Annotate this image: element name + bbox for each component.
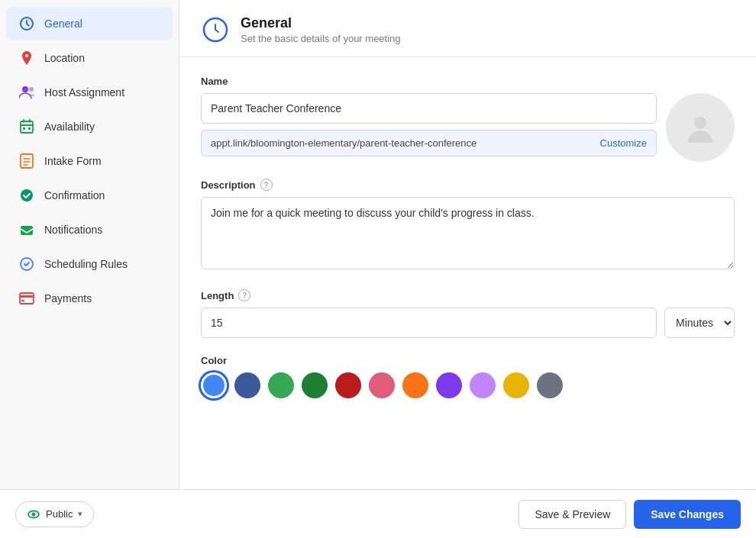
color-swatch-lavender[interactable] xyxy=(470,372,496,398)
svg-rect-11 xyxy=(20,293,34,304)
sidebar: General Location Host Assign xyxy=(0,0,179,489)
svg-point-1 xyxy=(25,54,28,57)
general-header-icon xyxy=(201,15,230,44)
color-swatch-yellow[interactable] xyxy=(503,372,529,398)
color-swatch-orange[interactable] xyxy=(402,372,428,398)
public-label: Public xyxy=(46,508,73,520)
color-swatch-purple[interactable] xyxy=(436,372,462,398)
color-swatches xyxy=(201,372,735,398)
name-input-col: appt.link/bloomington-elementary/parent-… xyxy=(201,93,657,162)
general-icon xyxy=(18,15,35,32)
sidebar-item-location-label: Location xyxy=(44,52,85,64)
header-text: General Set the basic details of your me… xyxy=(241,15,401,44)
host-assignment-icon xyxy=(18,84,35,101)
sidebar-item-payments[interactable]: Payments xyxy=(6,282,173,315)
location-icon xyxy=(18,50,35,66)
name-area: appt.link/bloomington-elementary/parent-… xyxy=(201,93,735,162)
name-label: Name xyxy=(201,76,735,87)
description-input[interactable]: Join me for a quick meeting to discuss y… xyxy=(201,197,735,269)
sidebar-item-confirmation-label: Confirmation xyxy=(44,189,105,201)
length-label: Length ? xyxy=(201,289,735,301)
sidebar-item-host-assignment[interactable]: Host Assignment xyxy=(6,76,173,109)
sidebar-item-confirmation[interactable]: Confirmation xyxy=(6,179,173,212)
color-swatch-green[interactable] xyxy=(268,372,294,398)
color-swatch-red[interactable] xyxy=(335,372,361,398)
color-swatch-gray[interactable] xyxy=(537,372,563,398)
length-number-input[interactable]: 15 xyxy=(201,308,657,338)
avatar xyxy=(666,93,735,162)
description-label: Description ? xyxy=(201,179,735,191)
sidebar-item-notifications-label: Notifications xyxy=(44,224,102,236)
color-row: Color xyxy=(201,355,735,398)
customize-link[interactable]: Customize xyxy=(600,137,647,149)
sidebar-item-intake-form[interactable]: Intake Form xyxy=(6,144,173,178)
scheduling-rules-icon xyxy=(18,256,35,272)
name-input[interactable] xyxy=(201,93,657,124)
svg-point-17 xyxy=(32,512,36,516)
sidebar-item-notifications[interactable]: Notifications xyxy=(6,213,173,246)
name-row: Name appt.link/bloomington-elementary/pa… xyxy=(201,76,735,162)
sidebar-item-payments-label: Payments xyxy=(44,292,92,304)
length-row: Length ? 15 Minutes Hours xyxy=(201,289,735,338)
page-title: General xyxy=(241,15,401,31)
color-swatch-navy[interactable] xyxy=(234,372,260,398)
form-area: Name appt.link/bloomington-elementary/pa… xyxy=(179,57,756,433)
url-row: appt.link/bloomington-elementary/parent-… xyxy=(201,130,657,156)
color-swatch-pink[interactable] xyxy=(369,372,395,398)
color-label: Color xyxy=(201,355,735,366)
length-inputs: 15 Minutes Hours xyxy=(201,308,735,338)
sidebar-item-host-assignment-label: Host Assignment xyxy=(44,86,124,98)
color-swatch-dark-green[interactable] xyxy=(302,372,328,398)
svg-rect-4 xyxy=(21,121,33,133)
page-subtitle: Set the basic details of your meeting xyxy=(241,33,401,44)
length-help-icon[interactable]: ? xyxy=(238,289,250,301)
chevron-down-icon: ▾ xyxy=(78,509,82,519)
color-swatch-blue[interactable] xyxy=(201,372,227,398)
footer: Public ▾ Save & Preview Save Changes xyxy=(0,489,756,538)
sidebar-item-intake-form-label: Intake Form xyxy=(44,155,102,167)
sidebar-item-scheduling-rules[interactable]: Scheduling Rules xyxy=(6,247,173,281)
svg-point-3 xyxy=(29,87,34,92)
svg-point-2 xyxy=(22,86,28,92)
save-preview-button[interactable]: Save & Preview xyxy=(519,500,626,529)
svg-rect-13 xyxy=(21,300,24,301)
confirmation-icon xyxy=(18,187,35,204)
save-changes-button[interactable]: Save Changes xyxy=(634,500,741,529)
svg-point-8 xyxy=(21,189,33,201)
sidebar-item-general-label: General xyxy=(44,18,82,30)
svg-point-15 xyxy=(694,117,706,129)
main-content: General Set the basic details of your me… xyxy=(179,0,756,489)
svg-rect-6 xyxy=(28,127,31,130)
sidebar-item-location[interactable]: Location xyxy=(6,41,173,75)
description-row: Description ? Join me for a quick meetin… xyxy=(201,179,735,272)
availability-icon xyxy=(18,118,35,135)
notifications-icon xyxy=(18,221,35,238)
sidebar-item-availability[interactable]: Availability xyxy=(6,110,173,143)
footer-buttons: Save & Preview Save Changes xyxy=(519,500,741,529)
intake-form-icon xyxy=(18,153,35,169)
public-badge-button[interactable]: Public ▾ xyxy=(15,501,94,527)
payments-icon xyxy=(18,290,35,307)
eye-icon xyxy=(27,507,40,521)
description-help-icon[interactable]: ? xyxy=(260,179,273,191)
sidebar-item-general[interactable]: General xyxy=(6,7,173,40)
sidebar-item-scheduling-rules-label: Scheduling Rules xyxy=(44,258,128,270)
svg-rect-5 xyxy=(23,127,25,130)
url-text: appt.link/bloomington-elementary/parent-… xyxy=(211,137,477,149)
length-unit-select[interactable]: Minutes Hours xyxy=(664,308,735,338)
svg-rect-7 xyxy=(21,154,33,168)
sidebar-item-availability-label: Availability xyxy=(44,121,95,133)
content-header: General Set the basic details of your me… xyxy=(179,0,756,57)
svg-rect-12 xyxy=(20,295,34,298)
